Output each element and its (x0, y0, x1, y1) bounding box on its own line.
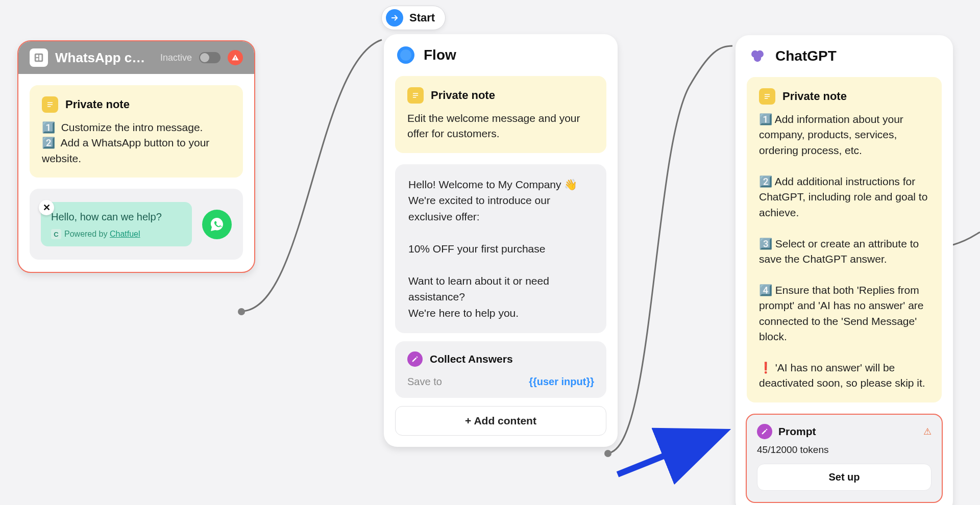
pencil-icon (407, 351, 423, 367)
prompt-title: Prompt (778, 425, 917, 438)
token-count: 45/12000 tokens (757, 444, 932, 456)
node-header: Flow (384, 34, 618, 76)
greeting-text: Hello, how can we help? (51, 211, 182, 223)
svg-rect-3 (36, 58, 39, 61)
chat-preview[interactable]: ✕ Hello, how can we help? CPowered by Ch… (30, 189, 243, 260)
status-label: Inactive (160, 53, 192, 63)
note-body: 1️⃣ Customize the intro message. 2️⃣ Add… (42, 120, 231, 166)
svg-rect-0 (35, 54, 43, 62)
node-header: ChatGPT (736, 35, 953, 77)
output-port[interactable] (604, 450, 611, 457)
node-title: Flow (424, 47, 456, 63)
node-title: WhatsApp chat ... (55, 50, 153, 66)
svg-rect-9 (413, 93, 419, 94)
collect-title: Collect Answers (430, 353, 513, 365)
arrow-right-icon (386, 9, 403, 27)
private-note[interactable]: Private note 1️⃣ Add information about y… (747, 77, 942, 402)
chatgpt-icon (749, 47, 766, 65)
node-whatsapp[interactable]: WhatsApp chat ... Inactive Private note … (17, 40, 255, 273)
node-flow[interactable]: Flow Private note Edit the welcome messa… (384, 34, 618, 447)
note-icon (407, 87, 424, 104)
note-body: 1️⃣ Add information about your company, … (759, 112, 929, 391)
node-title: ChatGPT (775, 48, 837, 64)
entry-point-icon (30, 48, 48, 67)
node-header: WhatsApp chat ... Inactive (18, 41, 254, 74)
warning-icon: ⚠ (923, 426, 932, 437)
setup-button[interactable]: Set up (757, 464, 932, 491)
chatfuel-link[interactable]: Chatfuel (110, 230, 140, 238)
svg-rect-11 (413, 97, 416, 98)
svg-rect-6 (47, 103, 53, 104)
chat-bubble: ✕ Hello, how can we help? CPowered by Ch… (41, 202, 192, 246)
note-icon (42, 96, 58, 113)
flow-canvas[interactable]: Start WhatsApp chat ... Inactive Private… (0, 0, 980, 505)
note-icon (759, 88, 775, 105)
collect-answers-block[interactable]: Collect Answers Save to {{user input}} (395, 341, 606, 398)
svg-rect-16 (765, 96, 770, 97)
svg-point-14 (754, 55, 761, 62)
prompt-block[interactable]: Prompt ⚠ 45/12000 tokens Set up (746, 414, 943, 503)
svg-rect-1 (36, 55, 39, 58)
note-title: Private note (782, 90, 847, 103)
whatsapp-icon[interactable] (202, 210, 232, 239)
flow-icon (397, 46, 414, 64)
svg-rect-15 (765, 94, 770, 95)
note-body: Edit the welcome message and your offer … (407, 111, 594, 142)
output-port[interactable] (238, 308, 245, 315)
svg-rect-7 (47, 104, 53, 105)
svg-line-18 (618, 434, 720, 474)
pencil-icon (757, 424, 772, 439)
active-toggle[interactable] (199, 52, 220, 63)
node-chatgpt[interactable]: ChatGPT Private note 1️⃣ Add information… (736, 35, 953, 505)
warning-icon (228, 50, 243, 65)
note-title: Private note (431, 89, 495, 102)
private-note[interactable]: Private note Edit the welcome message an… (395, 76, 606, 153)
save-to-label: Save to (407, 376, 442, 388)
add-content-button[interactable]: + Add content (395, 406, 606, 436)
svg-rect-8 (47, 106, 51, 107)
attribute-variable[interactable]: {{user input}} (529, 376, 594, 388)
svg-rect-10 (413, 95, 419, 96)
note-title: Private note (65, 98, 130, 111)
start-label: Start (409, 11, 435, 24)
svg-rect-17 (765, 98, 768, 99)
annotation-arrow-icon (612, 423, 735, 485)
start-pill[interactable]: Start (381, 6, 446, 30)
message-block[interactable]: Hello! Welcome to My Company 👋 We're exc… (395, 164, 606, 334)
private-note[interactable]: Private note 1️⃣ Customize the intro mes… (30, 85, 243, 178)
svg-rect-4 (235, 57, 235, 59)
svg-rect-5 (235, 59, 235, 60)
svg-rect-2 (39, 55, 42, 61)
powered-by: CPowered by Chatfuel (51, 229, 182, 239)
